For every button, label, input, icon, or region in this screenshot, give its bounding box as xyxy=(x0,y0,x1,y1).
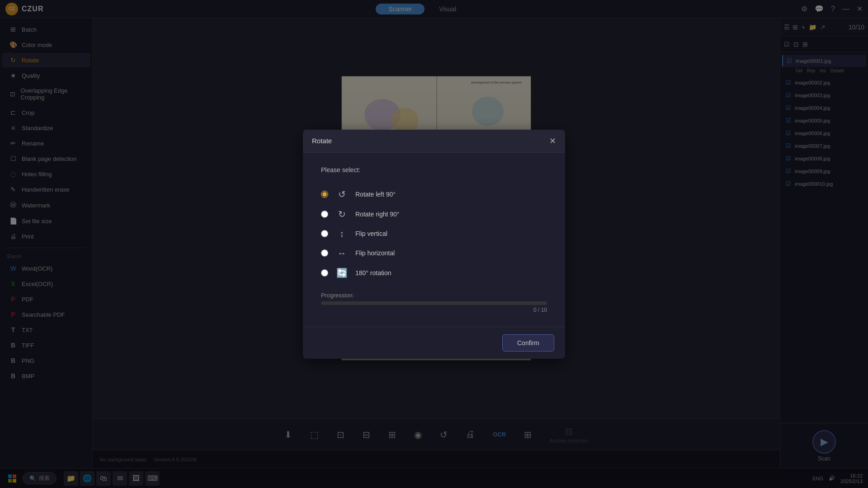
rotate-left-90-icon: ↺ xyxy=(335,189,348,200)
progress-label: Progression: xyxy=(321,292,547,299)
rotate-option-right-90[interactable]: ↻ Rotate right 90° xyxy=(321,204,547,224)
rotate-option-flip-horizontal[interactable]: ↔ Flip horizontal xyxy=(321,244,547,263)
modal-close-button[interactable]: ✕ xyxy=(549,136,556,146)
flip-horizontal-icon: ↔ xyxy=(335,248,348,258)
flip-vertical-radio[interactable] xyxy=(321,230,328,237)
flip-vertical-label: Flip vertical xyxy=(355,230,387,237)
rotate-right-90-icon: ↻ xyxy=(335,209,348,220)
modal-prompt: Please select: xyxy=(321,166,547,174)
rotation-180-icon: 🔄 xyxy=(335,267,348,278)
rotate-right-90-label: Rotate right 90° xyxy=(355,211,399,218)
progress-bar xyxy=(321,301,547,305)
modal-body: Please select: ↺ Rotate left 90° ↻ Rotat… xyxy=(303,153,565,327)
modal-title: Rotate xyxy=(312,137,332,145)
rotation-180-label: 180° rotation xyxy=(355,269,392,277)
modal-overlay: Rotate ✕ Please select: ↺ Rotate left 90… xyxy=(0,0,868,488)
rotate-option-flip-vertical[interactable]: ↕ Flip vertical xyxy=(321,224,547,244)
rotate-modal: Rotate ✕ Please select: ↺ Rotate left 90… xyxy=(303,130,565,359)
rotate-option-180[interactable]: 🔄 180° rotation xyxy=(321,263,547,283)
rotate-right-radio[interactable] xyxy=(321,211,328,218)
rotate-left-90-label: Rotate left 90° xyxy=(355,191,396,198)
flip-vertical-icon: ↕ xyxy=(335,229,348,239)
confirm-button[interactable]: Confirm xyxy=(502,334,554,352)
rotate-option-left-90[interactable]: ↺ Rotate left 90° xyxy=(321,184,547,204)
flip-horizontal-radio[interactable] xyxy=(321,249,328,257)
modal-header: Rotate ✕ xyxy=(303,130,565,153)
progress-section: Progression: 0 / 10 xyxy=(321,292,547,313)
rotate-left-radio[interactable] xyxy=(321,191,328,198)
modal-footer: Confirm xyxy=(303,327,565,359)
rotation-180-radio[interactable] xyxy=(321,269,328,277)
flip-horizontal-label: Flip horizontal xyxy=(355,249,395,257)
progress-text: 0 / 10 xyxy=(321,307,547,313)
